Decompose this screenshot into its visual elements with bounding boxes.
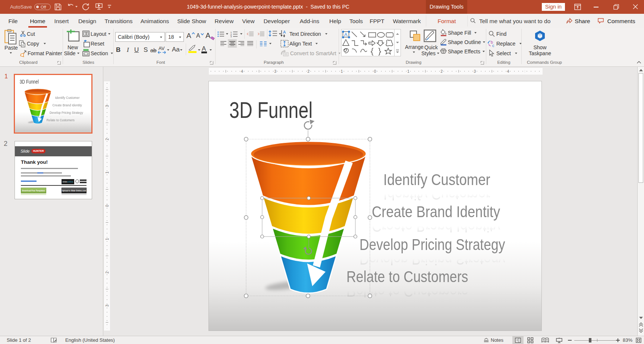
svg-text:2: 2 bbox=[440, 69, 443, 74]
svg-text:A: A bbox=[283, 30, 286, 34]
svg-text:1: 1 bbox=[105, 238, 109, 240]
svg-text:3: 3 bbox=[274, 69, 276, 74]
svg-text:1: 1 bbox=[105, 171, 109, 173]
svg-text:c: c bbox=[492, 43, 494, 47]
svg-text:3: 3 bbox=[105, 105, 109, 107]
svg-text:4: 4 bbox=[241, 69, 243, 74]
svg-text:1: 1 bbox=[407, 69, 409, 74]
svg-text:3: 3 bbox=[230, 35, 232, 37]
svg-text:3: 3 bbox=[105, 304, 109, 307]
svg-text:1: 1 bbox=[341, 69, 343, 74]
svg-text:A: A bbox=[344, 32, 348, 37]
svg-text:2: 2 bbox=[308, 69, 310, 74]
svg-text:4: 4 bbox=[507, 69, 509, 74]
svg-text:0: 0 bbox=[374, 69, 376, 74]
svg-text:2: 2 bbox=[105, 271, 109, 273]
svg-text:0: 0 bbox=[105, 205, 109, 207]
svg-text:3: 3 bbox=[474, 69, 476, 74]
svg-text:2: 2 bbox=[105, 138, 109, 140]
